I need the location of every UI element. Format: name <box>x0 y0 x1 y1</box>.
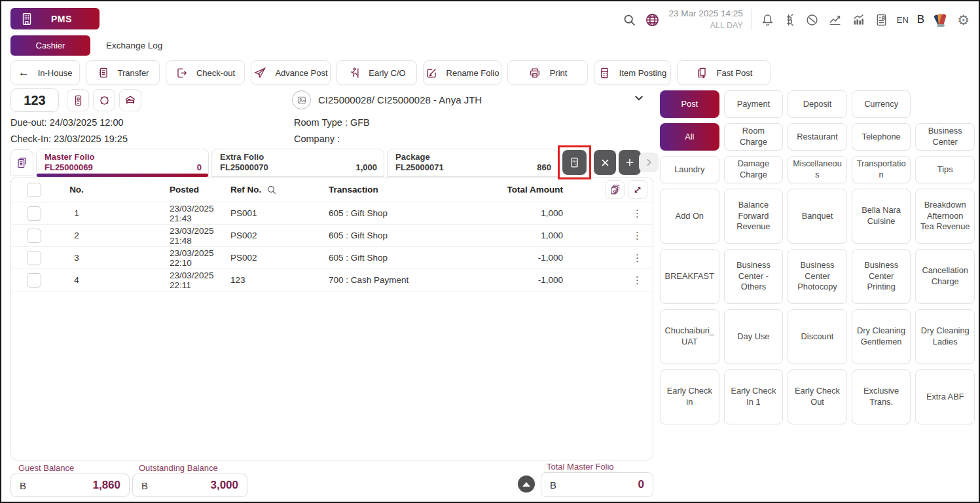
category-button[interactable]: Chuchaiburi_UAT <box>660 309 719 364</box>
ref-search-icon[interactable] <box>266 185 277 195</box>
category-button[interactable]: Room Charge <box>724 123 784 151</box>
category-button[interactable]: Early Check In 1 <box>724 369 784 424</box>
pms-logo[interactable]: PMS <box>10 8 100 29</box>
no-post-icon[interactable] <box>805 13 819 27</box>
item-posting-button[interactable]: Item Posting <box>594 60 671 85</box>
transfer-button[interactable]: Transfer <box>86 60 160 85</box>
baht-exchange-icon[interactable] <box>783 13 797 27</box>
category-button[interactable]: Cancellation Charge <box>915 249 975 304</box>
total-master-folio-box: B 0 <box>541 472 653 497</box>
room-number[interactable]: 123 <box>10 88 59 112</box>
report-document-icon[interactable] <box>875 13 888 27</box>
add-folio-button[interactable] <box>619 150 641 175</box>
action-post-button[interactable]: Post <box>660 90 719 118</box>
globe-icon[interactable] <box>645 12 660 28</box>
cell-no: 3 <box>57 253 96 263</box>
folio-number: FL25000070 <box>220 162 377 173</box>
table-row[interactable]: 4 23/03/2025 22:11 123 700 : Cash Paymen… <box>11 269 653 291</box>
category-button[interactable]: Damage Charge <box>724 156 784 183</box>
category-button[interactable]: Miscellaneous <box>788 156 847 183</box>
search-icon[interactable] <box>623 13 636 27</box>
guest-id-card-icon[interactable] <box>67 89 89 111</box>
action-payment-button[interactable]: Payment <box>724 90 784 118</box>
guest-photo-icon[interactable] <box>292 90 311 109</box>
row-checkbox[interactable] <box>27 229 41 243</box>
language-selector[interactable]: EN <box>897 15 909 25</box>
folio-tab-extra[interactable]: Extra Folio FL25000070 1,000 <box>211 149 384 177</box>
fast-post-button[interactable]: Fast Post <box>677 60 771 85</box>
bar-chart-icon[interactable] <box>851 13 866 27</box>
category-button[interactable]: Business Center - Others <box>724 249 784 304</box>
row-menu-kebab-icon[interactable]: ⋮ <box>632 275 642 285</box>
category-button[interactable]: Balance Forward Revenue <box>724 189 784 244</box>
cell-amount: -1,000 <box>507 253 563 263</box>
highlight-annotation-box <box>558 145 591 179</box>
rename-folio-button[interactable]: Rename Folio <box>423 60 501 85</box>
category-button[interactable]: Early Check Out <box>788 369 847 424</box>
printer-icon <box>528 67 541 79</box>
table-row[interactable]: 3 23/03/2025 22:10 PS002 605 : Gift Shop… <box>11 247 653 269</box>
in-house-button[interactable]: ← In-House <box>10 60 80 85</box>
category-button[interactable]: Telephone <box>852 123 911 151</box>
category-button[interactable]: Business Center Printing <box>852 249 911 304</box>
chevron-down-icon[interactable] <box>632 92 646 104</box>
check-out-button[interactable]: Check-out <box>166 60 245 85</box>
action-deposit-button[interactable]: Deposit <box>788 90 847 118</box>
edit-pencil-icon <box>426 67 438 79</box>
building-icon <box>20 12 34 26</box>
row-checkbox[interactable] <box>27 273 41 288</box>
currency-symbol: B <box>550 479 556 491</box>
category-button[interactable]: All <box>660 123 719 151</box>
currency-selector[interactable]: B <box>917 13 924 26</box>
category-button[interactable]: Add On <box>660 189 719 244</box>
category-button[interactable]: Early Check in <box>660 369 719 424</box>
cell-posted: 23/03/2025 21:48 <box>96 226 230 246</box>
category-button[interactable]: Banquet <box>788 189 847 244</box>
category-button[interactable]: Business Center <box>915 123 975 151</box>
tab-cashier[interactable]: Cashier <box>10 35 90 56</box>
folio-tab-package[interactable]: Package FL25000071 860 <box>387 149 558 177</box>
category-button[interactable]: Discount <box>788 309 847 364</box>
close-folio-button[interactable] <box>594 150 616 175</box>
cell-transaction: 605 : Gift Shop <box>329 208 507 218</box>
row-checkbox[interactable] <box>27 251 41 265</box>
settings-gear-icon[interactable]: ⚙ <box>957 13 970 27</box>
theme-palette-icon[interactable] <box>933 12 949 27</box>
print-button[interactable]: Print <box>507 60 588 85</box>
category-button[interactable]: Bella Nara Cuisine <box>852 189 911 244</box>
folio-tab-master[interactable]: Master Folio FL25000069 0 <box>36 149 209 177</box>
category-button[interactable]: Exclusive Trans. <box>852 369 911 424</box>
category-button[interactable]: Extra ABF <box>915 369 975 424</box>
action-currency-button[interactable]: Currency <box>852 90 911 118</box>
row-checkbox[interactable] <box>27 206 41 221</box>
early-co-button[interactable]: Early C/O <box>336 60 417 85</box>
category-button[interactable]: Breakdown Afternoon Tea Revenue <box>915 189 975 244</box>
collapse-up-button[interactable] <box>518 475 535 493</box>
advance-post-button[interactable]: Advance Post <box>251 60 331 85</box>
line-chart-icon[interactable] <box>827 13 843 27</box>
category-button[interactable]: Transportation <box>852 156 911 183</box>
next-folios-chevron[interactable] <box>639 153 659 172</box>
room-bed-icon[interactable] <box>119 89 141 111</box>
row-menu-kebab-icon[interactable]: ⋮ <box>632 253 642 263</box>
category-button[interactable]: BREAKFAST <box>660 249 719 304</box>
category-button[interactable]: Dry Cleaning Gentlemen <box>852 309 911 364</box>
table-row[interactable]: 1 23/03/2025 21:43 PS001 605 : Gift Shop… <box>11 202 653 225</box>
row-menu-kebab-icon[interactable]: ⋮ <box>632 231 642 240</box>
category-button[interactable]: Laundry <box>660 156 719 183</box>
category-button[interactable]: Tips <box>915 156 975 183</box>
category-button[interactable]: Dry Cleaning Ladies <box>915 309 975 364</box>
notifications-bell-icon[interactable] <box>761 13 774 27</box>
category-button[interactable]: Day Use <box>724 309 784 364</box>
select-all-checkbox[interactable] <box>27 183 41 197</box>
tab-exchange-log[interactable]: Exchange Log <box>106 41 162 50</box>
category-button[interactable]: Business Center Photocopy <box>788 249 847 304</box>
expand-table-icon[interactable] <box>628 180 647 199</box>
table-row[interactable]: 2 23/03/2025 21:48 PS002 605 : Gift Shop… <box>11 225 653 247</box>
category-button[interactable]: Restaurant <box>788 123 847 151</box>
current-datetime: 23 Mar 2025 14:25 <box>668 8 742 20</box>
copy-routing-icon[interactable] <box>605 180 625 199</box>
routing-circle-icon[interactable] <box>93 89 115 111</box>
row-menu-kebab-icon[interactable]: ⋮ <box>632 208 642 218</box>
folio-list-icon[interactable] <box>10 149 33 176</box>
